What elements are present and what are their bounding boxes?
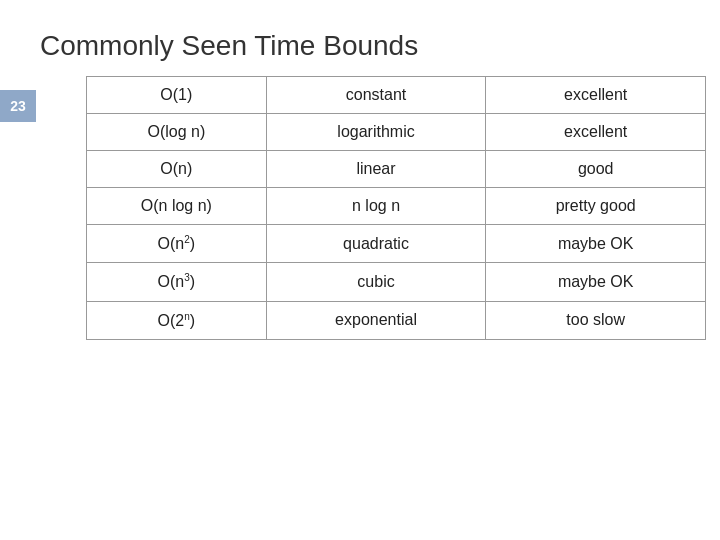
quality-cell: pretty good [486, 188, 706, 225]
table-row: O(1)constantexcellent [87, 77, 706, 114]
name-cell: constant [266, 77, 486, 114]
quality-cell: maybe OK [486, 263, 706, 301]
table-row: O(n3)cubicmaybe OK [87, 263, 706, 301]
quality-cell: maybe OK [486, 225, 706, 263]
table-container: O(1)constantexcellentO(log n)logarithmic… [86, 76, 680, 340]
notation-cell: O(2n) [87, 301, 267, 339]
notation-cell: O(n2) [87, 225, 267, 263]
notation-cell: O(log n) [87, 114, 267, 151]
name-cell: cubic [266, 263, 486, 301]
table-row: O(2n)exponentialtoo slow [87, 301, 706, 339]
slide-number-bar: 23 [0, 90, 36, 122]
name-cell: n log n [266, 188, 486, 225]
table-row: O(n)lineargood [87, 151, 706, 188]
quality-cell: excellent [486, 114, 706, 151]
notation-cell: O(n) [87, 151, 267, 188]
table-row: O(n2)quadraticmaybe OK [87, 225, 706, 263]
slide-title: Commonly Seen Time Bounds [40, 30, 680, 62]
quality-cell: too slow [486, 301, 706, 339]
table-row: O(log n)logarithmicexcellent [87, 114, 706, 151]
slide-page: Commonly Seen Time Bounds 23 O(1)constan… [0, 0, 720, 540]
notation-cell: O(1) [87, 77, 267, 114]
time-bounds-table: O(1)constantexcellentO(log n)logarithmic… [86, 76, 706, 340]
name-cell: logarithmic [266, 114, 486, 151]
name-cell: exponential [266, 301, 486, 339]
quality-cell: good [486, 151, 706, 188]
notation-cell: O(n3) [87, 263, 267, 301]
name-cell: quadratic [266, 225, 486, 263]
notation-cell: O(n log n) [87, 188, 267, 225]
name-cell: linear [266, 151, 486, 188]
table-row: O(n log n)n log npretty good [87, 188, 706, 225]
quality-cell: excellent [486, 77, 706, 114]
slide-number: 23 [10, 98, 26, 114]
